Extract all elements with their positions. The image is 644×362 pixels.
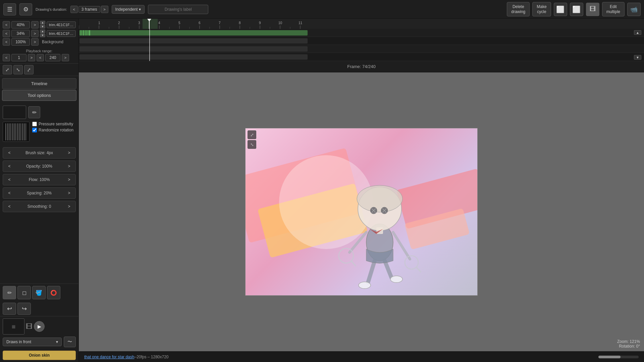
- draws-front-dropdown[interactable]: Draws in front ▾: [3, 338, 62, 346]
- playback-end-increase[interactable]: >: [62, 54, 69, 61]
- frame-indicator: Frame: 74/240: [79, 61, 644, 72]
- shrink-btn[interactable]: ⤤: [24, 65, 34, 74]
- view-x-input[interactable]: [11, 21, 30, 28]
- spacing-decrease[interactable]: <: [6, 189, 13, 197]
- top-bar-right: Delete drawing Make cycle ⬜ ⬜ 🎞 Edit mul…: [507, 2, 641, 16]
- onion-skin-button[interactable]: Onion skin: [3, 351, 76, 360]
- svg-rect-13: [79, 19, 644, 29]
- opacity-increase[interactable]: >: [65, 163, 73, 170]
- svg-text:9: 9: [259, 21, 261, 25]
- edit-multiple-button[interactable]: Edit multiple: [602, 2, 625, 16]
- delete-drawing-button[interactable]: Delete drawing: [507, 2, 530, 16]
- smoothing-increase[interactable]: >: [65, 203, 73, 210]
- timeline-track-3: [79, 45, 644, 53]
- trim-x-input[interactable]: [47, 21, 76, 28]
- flow-increase[interactable]: >: [65, 176, 73, 183]
- view-y-row: < > ▲ ▼: [3, 29, 76, 37]
- play-button[interactable]: ▶: [34, 321, 45, 332]
- timeline-scroll-up[interactable]: ▲: [634, 30, 641, 35]
- brush-size-decrease[interactable]: <: [6, 149, 13, 157]
- film-icon[interactable]: 🎞: [586, 3, 599, 16]
- film-strip-icon: 🎞: [26, 323, 33, 330]
- view-zoom-decrease[interactable]: <: [3, 38, 10, 46]
- eraser-tool-button[interactable]: ◻: [17, 286, 31, 299]
- svg-text:7: 7: [219, 21, 221, 25]
- trim-y-input[interactable]: [47, 30, 76, 37]
- expand-right-btn[interactable]: ⤡: [13, 65, 23, 74]
- drawing-label-input[interactable]: [148, 5, 208, 14]
- randomize-rotation-checkbox[interactable]: [32, 128, 37, 132]
- view-zoom-input[interactable]: [11, 38, 30, 46]
- stepper-x-up[interactable]: ▲: [40, 21, 45, 24]
- tool-options-tab[interactable]: Tool options: [2, 90, 76, 101]
- view-zoom-increase[interactable]: >: [31, 38, 39, 46]
- draws-front-label: Draws in front: [6, 340, 31, 344]
- stepper-y-down[interactable]: ▼: [40, 34, 45, 37]
- timeline-scroll-down[interactable]: ▼: [634, 55, 641, 60]
- stepper-x-down[interactable]: ▼: [40, 25, 45, 28]
- smoothing-decrease[interactable]: <: [6, 203, 13, 210]
- svg-text:2: 2: [118, 21, 120, 25]
- svg-text:5: 5: [178, 21, 180, 25]
- brush-size-label: Brush size: 4px: [13, 150, 65, 155]
- lasso-tool-button[interactable]: ⭕: [47, 286, 60, 299]
- playback-end-input[interactable]: [45, 54, 60, 61]
- view-x-decrease[interactable]: <: [3, 21, 10, 28]
- track-1-svg: [79, 29, 644, 37]
- view-y-increase[interactable]: >: [31, 30, 39, 37]
- redo-button[interactable]: ↪: [17, 303, 31, 315]
- eyedropper-button[interactable]: ✏: [28, 106, 40, 118]
- stepper-y-up[interactable]: ▲: [40, 29, 45, 33]
- view-x-row: < > ▲ ▼: [3, 21, 76, 28]
- opacity-decrease[interactable]: <: [6, 163, 13, 170]
- svg-text:4: 4: [158, 21, 160, 25]
- canvas-expand-btn-1[interactable]: ⤢: [248, 130, 256, 139]
- playback-end-decrease[interactable]: <: [37, 54, 44, 61]
- brush-preview-container: Pressure sensitivity Randomize rotation: [3, 122, 76, 144]
- pressure-sensitivity-row: Pressure sensitivity: [32, 122, 73, 126]
- eraser-icon: ◻: [22, 290, 26, 296]
- lasso-icon: ⭕: [50, 290, 57, 296]
- playback-start-input[interactable]: [11, 54, 26, 61]
- frame-icon-2: ⬜: [570, 3, 583, 16]
- camera-icon[interactable]: 📹: [627, 3, 641, 16]
- right-area: 1 2 3 4 5 6 7 8: [79, 19, 644, 362]
- view-y-input[interactable]: [11, 30, 30, 37]
- canvas-expand-btn-2[interactable]: ⤡: [248, 140, 256, 149]
- svg-text:3: 3: [138, 21, 140, 25]
- pencil-tool-button[interactable]: ✏: [3, 286, 16, 299]
- progress-bar-fill: [598, 356, 621, 358]
- zoom-level: Zoom: 121%: [617, 339, 640, 344]
- duration-increase[interactable]: >: [101, 6, 108, 13]
- character-svg: [246, 128, 478, 296]
- independent-dropdown[interactable]: Independent ▾: [112, 5, 145, 14]
- playback-start-increase[interactable]: >: [28, 54, 35, 61]
- view-x-increase[interactable]: >: [31, 21, 39, 28]
- project-name[interactable]: that one dance for star dash: [84, 355, 134, 359]
- svg-text:8: 8: [239, 21, 241, 25]
- svg-point-76: [359, 282, 371, 289]
- playback-start-decrease[interactable]: <: [3, 54, 10, 61]
- hamburger-button[interactable]: ☰: [3, 3, 16, 15]
- svg-rect-54: [85, 30, 88, 36]
- color-preview-swatch[interactable]: [3, 106, 26, 119]
- fill-tool-button[interactable]: 🪣: [32, 286, 46, 299]
- brush-size-increase[interactable]: >: [65, 149, 73, 157]
- make-cycle-button[interactable]: Make cycle: [532, 2, 551, 16]
- sidebar-bottom: ■ 🎞 ▶ Draws in front ▾ 〜 Onion skin: [0, 316, 78, 362]
- pressure-sensitivity-checkbox[interactable]: [32, 122, 37, 126]
- view-y-decrease[interactable]: <: [3, 30, 10, 37]
- wave-button[interactable]: 〜: [64, 337, 76, 347]
- expand-left-btn[interactable]: ⤢: [3, 65, 12, 74]
- gear-button[interactable]: ⚙: [19, 3, 32, 15]
- timeline-tab[interactable]: Timeline: [2, 78, 76, 89]
- undo-button[interactable]: ↩: [3, 303, 16, 315]
- duration-decrease[interactable]: <: [70, 6, 78, 13]
- spacing-increase[interactable]: >: [65, 189, 73, 197]
- zoom-info: Zoom: 121% Rotation: 0°: [617, 339, 640, 349]
- flow-decrease[interactable]: <: [6, 176, 13, 183]
- spacing-control: < Spacing: 20% >: [3, 187, 76, 199]
- independent-label: Independent: [115, 7, 138, 12]
- svg-line-75: [385, 261, 391, 278]
- canvas-frame[interactable]: ⤢ ⤡: [245, 128, 478, 296]
